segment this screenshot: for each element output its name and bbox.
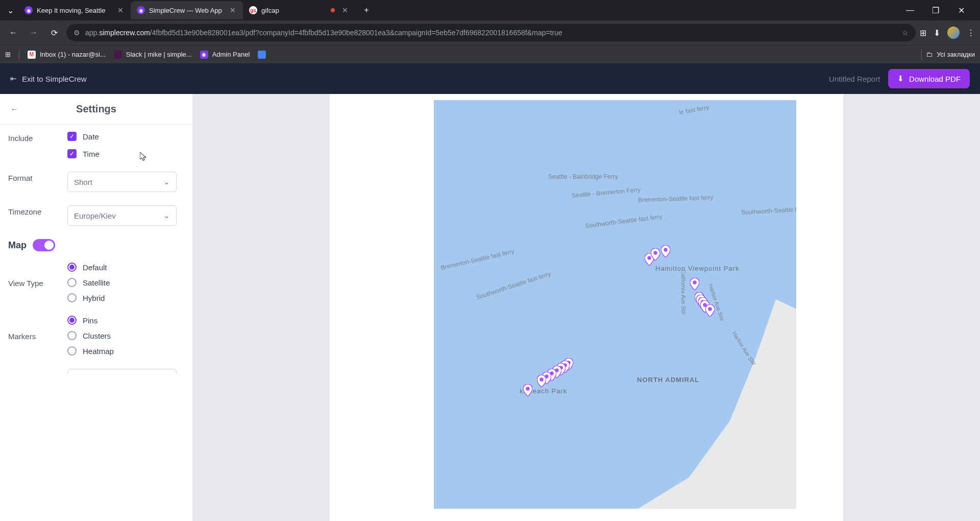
exit-link[interactable]: ⇤ Exit to SimpleCrew bbox=[10, 74, 87, 83]
back-button[interactable]: ← bbox=[5, 25, 21, 41]
tab-title: SimpleCrew — Web App bbox=[149, 7, 225, 14]
checkbox-checked-icon: ✓ bbox=[67, 149, 77, 158]
tabs-dropdown-button[interactable]: ⌄ bbox=[4, 4, 16, 16]
map-pin-icon[interactable] bbox=[537, 375, 546, 387]
content-area[interactable]: le fast ferrySeattle - Bainbridge FerryS… bbox=[193, 94, 980, 521]
location-icon: ◉ bbox=[137, 6, 145, 14]
menu-icon[interactable]: ⋮ bbox=[967, 28, 975, 38]
street-label: Harbor Ave SW bbox=[731, 330, 757, 366]
radio-icon bbox=[67, 331, 77, 340]
bookmark-translate[interactable] bbox=[258, 51, 266, 59]
close-window-button[interactable]: ✕ bbox=[952, 3, 970, 17]
radio-selected-icon bbox=[67, 316, 77, 325]
site-settings-icon[interactable]: ⚙ bbox=[74, 29, 80, 37]
exit-label: Exit to SimpleCrew bbox=[22, 75, 87, 83]
bookmark-slack[interactable]: Slack | mike | simple... bbox=[114, 51, 192, 59]
ferry-route-label: Southworth-Seattle f bbox=[741, 206, 796, 216]
ferry-route-label: le fast ferry bbox=[678, 104, 709, 116]
url-text: app.simplecrew.com/4fbfbd5d13e90be828001… bbox=[85, 29, 897, 37]
timezone-select[interactable]: Europe/Kiev ⌄ bbox=[67, 205, 177, 226]
checkbox-date[interactable]: ✓ Date bbox=[67, 132, 183, 141]
area-label: Hamilton Viewpoint Park bbox=[655, 265, 739, 272]
folder-icon: 🗀 bbox=[926, 51, 933, 58]
ferry-route-label: Southworth-Seattle fast ferry bbox=[476, 270, 552, 301]
close-icon[interactable]: ✕ bbox=[116, 6, 125, 14]
svg-point-8 bbox=[708, 307, 712, 311]
radio-default[interactable]: Default bbox=[67, 263, 183, 272]
close-icon[interactable]: ✕ bbox=[341, 6, 349, 14]
sidebar-scroll[interactable]: Include ✓ Date ✓ Time Format bbox=[0, 125, 192, 521]
radio-clusters[interactable]: Clusters bbox=[67, 331, 183, 340]
recording-indicator-icon bbox=[331, 8, 335, 12]
new-tab-button[interactable]: + bbox=[359, 3, 374, 17]
reload-button[interactable]: ⟳ bbox=[46, 25, 62, 41]
apps-icon: ⊞ bbox=[5, 51, 11, 58]
tab-gifcap[interactable]: gs gifcap ✕ bbox=[243, 1, 355, 19]
browser-chrome: ⌄ ◉ Keep It moving, Seattle ✕ ◉ SimpleCr… bbox=[0, 0, 980, 63]
radio-icon bbox=[67, 293, 77, 302]
profile-avatar[interactable] bbox=[947, 27, 960, 39]
radio-label: Heatmap bbox=[83, 347, 114, 356]
svg-point-1 bbox=[653, 251, 657, 255]
paper-left-strip bbox=[330, 94, 410, 521]
radio-pins[interactable]: Pins bbox=[67, 316, 183, 325]
map-canvas[interactable]: le fast ferrySeattle - Bainbridge FerryS… bbox=[434, 100, 796, 509]
markers-label: Markers bbox=[8, 316, 67, 341]
url-input[interactable]: ⚙ app.simplecrew.com/4fbfbd5d13e90be8280… bbox=[66, 24, 916, 41]
bookmark-admin[interactable]: ◉ Admin Panel bbox=[200, 51, 250, 59]
separator bbox=[19, 50, 19, 60]
window-controls: — ❐ ✕ bbox=[901, 3, 976, 17]
partial-select[interactable] bbox=[67, 369, 177, 374]
chevron-down-icon: ⌄ bbox=[163, 211, 170, 220]
checkbox-time[interactable]: ✓ Time bbox=[67, 149, 183, 158]
apps-button[interactable]: ⊞ bbox=[5, 51, 11, 58]
radio-heatmap[interactable]: Heatmap bbox=[67, 346, 183, 356]
radio-hybrid[interactable]: Hybrid bbox=[67, 293, 183, 302]
street-label: California Ave SW bbox=[680, 270, 687, 315]
report-title-input[interactable]: Untitled Report bbox=[829, 75, 880, 83]
extensions-icon[interactable]: ⊞ bbox=[920, 28, 926, 38]
map-pin-icon[interactable] bbox=[523, 384, 532, 396]
svg-point-3 bbox=[693, 280, 697, 285]
bookmark-label: Усі закладки bbox=[937, 51, 975, 58]
report-page: le fast ferrySeattle - Bainbridge FerryS… bbox=[410, 94, 819, 521]
app-shell: ⇤ Exit to SimpleCrew Untitled Report ⬇ D… bbox=[0, 63, 980, 521]
gifcap-icon: gs bbox=[249, 6, 257, 14]
timezone-label: Timezone bbox=[8, 205, 67, 216]
map-pin-icon[interactable] bbox=[661, 245, 670, 257]
toggle-knob bbox=[44, 241, 54, 250]
radio-label: Default bbox=[83, 263, 107, 272]
slack-icon bbox=[114, 51, 122, 59]
bookmark-inbox[interactable]: M Inbox (1) - nazar@si... bbox=[28, 51, 106, 59]
all-bookmarks-button[interactable]: 🗀 Усі закладки bbox=[926, 51, 975, 58]
maximize-button[interactable]: ❐ bbox=[927, 3, 944, 17]
download-label: Download PDF bbox=[909, 75, 961, 83]
map-pin-icon[interactable] bbox=[651, 248, 660, 260]
map-pin-icon[interactable] bbox=[705, 304, 715, 317]
close-icon[interactable]: ✕ bbox=[229, 6, 237, 14]
radio-label: Pins bbox=[83, 316, 97, 325]
download-pdf-button[interactable]: ⬇ Download PDF bbox=[888, 69, 970, 88]
checkbox-label: Time bbox=[83, 150, 100, 158]
bookmark-label: Slack | mike | simple... bbox=[126, 51, 192, 58]
map-pin-icon[interactable] bbox=[690, 278, 699, 290]
tab-keep-it-moving[interactable]: ◉ Keep It moving, Seattle ✕ bbox=[18, 1, 131, 19]
tab-bar: ⌄ ◉ Keep It moving, Seattle ✕ ◉ SimpleCr… bbox=[0, 0, 980, 20]
ferry-route-label: Bremerton-Seattle fast ferry bbox=[440, 248, 515, 272]
minimize-button[interactable]: — bbox=[901, 3, 919, 17]
tab-title: gifcap bbox=[261, 7, 327, 14]
format-select[interactable]: Short ⌄ bbox=[67, 172, 177, 192]
location-icon: ◉ bbox=[24, 6, 33, 14]
radio-icon bbox=[67, 346, 77, 356]
translate-icon bbox=[258, 51, 266, 59]
downloads-icon[interactable]: ⬇ bbox=[934, 28, 940, 38]
radio-icon bbox=[67, 278, 77, 287]
forward-button[interactable]: → bbox=[26, 25, 42, 41]
exit-icon: ⇤ bbox=[10, 74, 17, 83]
tab-simplecrew[interactable]: ◉ SimpleCrew — Web App ✕ bbox=[131, 1, 243, 19]
gmail-icon: M bbox=[28, 51, 36, 59]
radio-satellite[interactable]: Satellite bbox=[67, 278, 183, 287]
star-icon[interactable]: ☆ bbox=[902, 29, 909, 37]
location-icon: ◉ bbox=[200, 51, 208, 59]
map-toggle[interactable] bbox=[33, 239, 55, 251]
